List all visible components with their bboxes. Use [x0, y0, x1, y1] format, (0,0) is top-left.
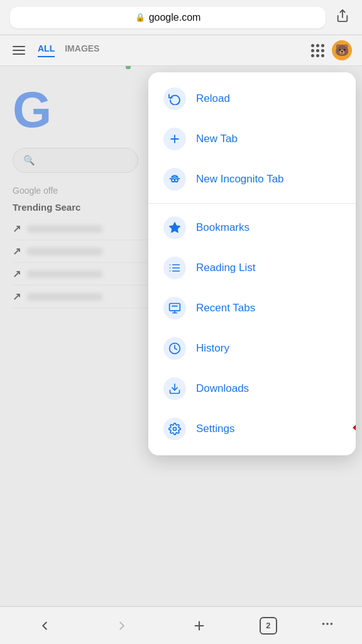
- nav-tab-all[interactable]: ALL: [38, 43, 55, 57]
- incognito-label: New Incognito Tab: [196, 173, 284, 186]
- settings-red-arrow: [353, 416, 356, 441]
- menu-item-reading-list[interactable]: Reading List: [148, 248, 356, 288]
- tab-count-button[interactable]: 2: [260, 617, 277, 635]
- svg-marker-7: [170, 223, 180, 233]
- menu-item-bookmarks[interactable]: Bookmarks: [148, 208, 356, 248]
- downloads-icon: [163, 377, 186, 400]
- menu-divider-1: [148, 203, 356, 204]
- recent-tabs-label: Recent Tabs: [196, 302, 255, 314]
- nav-right: 🐻: [311, 40, 352, 60]
- svg-marker-21: [353, 416, 356, 439]
- bookmarks-icon: [163, 216, 186, 239]
- tab-count-badge: 2: [260, 617, 277, 635]
- back-button[interactable]: [28, 614, 62, 638]
- svg-point-25: [326, 623, 329, 625]
- context-menu: Reload New Tab New Incognito Tab: [148, 72, 356, 455]
- address-bar-container: 🔒 google.com: [0, 0, 362, 35]
- reload-label: Reload: [196, 92, 230, 105]
- nav-bar: ALL IMAGES 🐻: [0, 35, 362, 66]
- share-button[interactable]: [333, 6, 352, 28]
- more-button[interactable]: [321, 617, 334, 634]
- user-avatar[interactable]: 🐻: [332, 40, 352, 60]
- forward-button[interactable]: [105, 614, 139, 638]
- new-tab-button[interactable]: [182, 614, 216, 638]
- hamburger-line: [13, 50, 25, 51]
- hamburger-menu[interactable]: [10, 43, 28, 57]
- menu-item-history[interactable]: History: [148, 328, 356, 369]
- settings-icon: [163, 418, 186, 440]
- menu-item-reload[interactable]: Reload: [148, 79, 356, 119]
- bookmarks-label: Bookmarks: [196, 221, 250, 234]
- svg-point-24: [322, 623, 324, 625]
- reading-list-label: Reading List: [196, 262, 256, 274]
- settings-label: Settings: [196, 423, 234, 435]
- svg-point-20: [173, 428, 177, 431]
- downloads-label: Downloads: [196, 382, 249, 395]
- url-text: google.com: [149, 12, 201, 23]
- apps-grid-icon[interactable]: [311, 44, 324, 57]
- menu-item-downloads[interactable]: Downloads: [148, 369, 356, 409]
- svg-rect-14: [170, 304, 180, 311]
- nav-tab-images[interactable]: IMAGES: [65, 43, 99, 57]
- address-bar[interactable]: 🔒 google.com: [10, 7, 326, 28]
- svg-point-4: [175, 179, 178, 182]
- hamburger-line: [13, 46, 25, 47]
- lock-icon: 🔒: [135, 13, 145, 22]
- incognito-icon: [163, 168, 186, 191]
- reload-icon: [163, 87, 186, 110]
- new-tab-icon: [163, 128, 186, 150]
- menu-item-settings[interactable]: Settings: [148, 409, 356, 449]
- reading-list-icon: [163, 257, 186, 279]
- menu-item-recent-tabs[interactable]: Recent Tabs: [148, 288, 356, 328]
- menu-item-incognito[interactable]: New Incognito Tab: [148, 159, 356, 199]
- nav-tabs: ALL IMAGES: [38, 43, 301, 57]
- history-icon: [163, 337, 186, 360]
- history-label: History: [196, 342, 229, 355]
- svg-point-26: [330, 623, 332, 625]
- new-tab-label: New Tab: [196, 133, 238, 145]
- hamburger-line: [13, 53, 25, 55]
- bottom-toolbar: 2: [0, 606, 362, 644]
- menu-item-new-tab[interactable]: New Tab: [148, 119, 356, 159]
- recent-tabs-icon: [163, 297, 186, 319]
